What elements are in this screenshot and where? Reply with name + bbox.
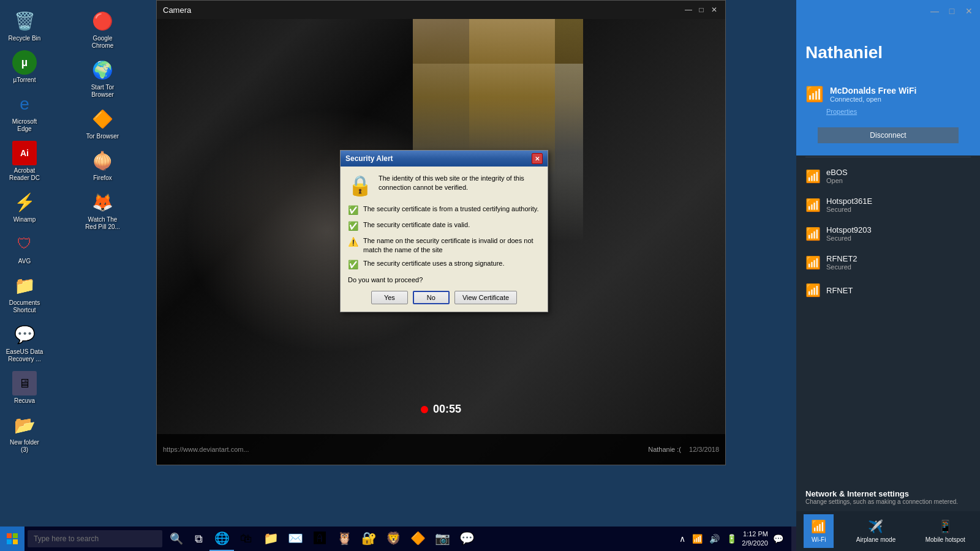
taskbar-brave[interactable]: 🦁 — [381, 527, 405, 551]
documents-shortcut-label: Documents Shortcut — [6, 299, 43, 314]
dialog-title: Security Alert — [345, 154, 393, 163]
check-warn-icon-3: ⚠️ — [348, 236, 358, 247]
wifi-action-airplane[interactable]: ✈️ Airplane mode — [849, 514, 903, 548]
taskbar-cortana[interactable]: 🔍 — [165, 527, 187, 551]
desktop: 🗑️ Recycle Bin µ µTorrent e Microsoft Ed… — [0, 0, 980, 551]
wifi-network-ebos[interactable]: 📶 eBOS Open — [796, 162, 980, 190]
ms-edge-label: Microsoft Edge — [6, 118, 43, 133]
wifi-close-button[interactable]: ✕ — [963, 5, 975, 17]
search-input[interactable] — [28, 530, 162, 547]
taskbar-camera[interactable]: 📷 — [430, 527, 454, 551]
camera-username: Nathanie :( — [648, 446, 681, 453]
taskbar-store[interactable]: 🛍 — [234, 527, 258, 551]
wifi-action-mobile-hotspot[interactable]: 📱 Mobile hotspot — [918, 514, 973, 548]
taskbar-tripadvisor[interactable]: 🦉 — [332, 527, 356, 551]
connected-network-name: McDonalds Free WiFi — [830, 86, 916, 96]
wifi-maximize-button[interactable]: □ — [946, 5, 958, 17]
taskbar-skype[interactable]: 💬 — [454, 527, 479, 551]
taskbar-vlc[interactable]: 🔶 — [405, 527, 430, 551]
ms-edge-img: e — [12, 92, 37, 116]
desktop-icons-area: 🗑️ Recycle Bin µ µTorrent e Microsoft Ed… — [0, 0, 159, 490]
acrobat-icon[interactable]: Ai Acrobat Reader DC — [3, 138, 46, 184]
utorrent-img: µ — [12, 50, 37, 75]
winamp-icon[interactable]: ⚡ Winamp — [3, 187, 46, 226]
connected-network-status: Connected, open — [830, 96, 916, 103]
wifi-window-controls: — □ ✕ — [929, 5, 975, 17]
wifi-network-icon-rfnet: 📶 — [805, 283, 820, 298]
taskbar-keepass[interactable]: 🔐 — [356, 527, 381, 551]
wifi-properties-link[interactable]: Properties — [826, 108, 971, 115]
camera-titlebar: Camera — □ ✕ — [157, 1, 725, 19]
start-tor-icon[interactable]: 🌍 Start Tor Browser — [81, 55, 124, 101]
taskbar-volume-icon[interactable]: 🔊 — [707, 534, 722, 544]
wifi-network-info-rfnet2: RFNET2 Secured — [826, 254, 971, 271]
wifi-network-hotspot9203[interactable]: 📶 Hotspot9203 Secured — [796, 219, 980, 248]
maximize-button[interactable]: □ — [696, 5, 706, 15]
check-text-2: The security certificate date is valid. — [363, 220, 470, 229]
avg-label: AVG — [18, 258, 31, 265]
wifi-action-wifi[interactable]: 📶 Wi-Fi — [804, 514, 834, 548]
show-desktop-button[interactable] — [791, 527, 796, 551]
recycle-bin-icon[interactable]: 🗑️ Recycle Bin — [3, 6, 46, 45]
tor-browser-label: Firefox — [93, 174, 112, 182]
ms-edge-icon[interactable]: e Microsoft Edge — [3, 89, 46, 135]
wifi-action-mobile-icon: 📱 — [938, 519, 953, 534]
security-warning-icon: 🔒 — [348, 174, 372, 197]
google-chrome-icon[interactable]: 🔴 Google Chrome — [81, 6, 124, 52]
window-controls: — □ ✕ — [684, 5, 719, 15]
taskbar-notification-icon[interactable]: 💬 — [771, 534, 785, 544]
no-button[interactable]: No — [413, 291, 450, 304]
start-button[interactable] — [0, 527, 24, 551]
vlc-icon[interactable]: 🔶 Tor Browser — [81, 104, 124, 143]
wifi-action-wifi-label: Wi-Fi — [812, 536, 826, 543]
view-certificate-button[interactable]: View Certificate — [454, 291, 517, 304]
firefox-icon[interactable]: 🦊 Watch The Red Pill 20... — [81, 187, 124, 233]
taskbar-right: ∧ 📶 🔊 🔋 1:12 PM 2/9/2020 💬 — [677, 530, 791, 549]
camera-timer-overlay: 00:55 — [421, 403, 461, 416]
winamp-label: Winamp — [13, 216, 36, 223]
taskbar-mail[interactable]: ✉️ — [283, 527, 307, 551]
taskbar-task-view[interactable]: ⧉ — [187, 527, 209, 551]
record-indicator — [421, 406, 428, 413]
taskbar-network-icon[interactable]: 📶 — [690, 534, 704, 544]
wifi-hotspot9203-name: Hotspot9203 — [826, 225, 971, 234]
recycle-bin-label: Recycle Bin — [9, 35, 41, 42]
camera-date: 12/3/2018 — [689, 446, 719, 453]
wifi-network-rfnet[interactable]: 📶 RFNET — [796, 277, 980, 304]
wifi-minimize-button[interactable]: — — [929, 5, 941, 17]
skype-icon[interactable]: 💬 EaseUS Data Recovery ... — [3, 320, 46, 365]
utorrent-label: µTorrent — [13, 77, 36, 84]
windows-logo-icon — [7, 533, 18, 544]
wifi-rfnet2-name: RFNET2 — [826, 254, 971, 263]
documents-shortcut-icon[interactable]: 📁 Documents Shortcut — [3, 271, 46, 317]
taskbar-edge[interactable]: 🌐 — [209, 527, 234, 551]
check-ok-icon-4: ✅ — [348, 259, 358, 270]
taskbar-date-display: 2/9/2020 — [742, 539, 768, 548]
wifi-action-buttons: 📶 Wi-Fi ✈️ Airplane mode 📱 Mobile hotspo… — [796, 511, 980, 551]
disconnect-button[interactable]: Disconnect — [818, 127, 959, 143]
taskbar-amazon[interactable]: 🅰 — [307, 527, 332, 551]
taskbar-clock[interactable]: 1:12 PM 2/9/2020 — [742, 530, 768, 549]
wifi-settings-desc: Change settings, such as making a connec… — [805, 498, 971, 505]
dialog-titlebar: Security Alert ✕ — [341, 151, 548, 167]
new-folder-icon[interactable]: 📂 New folder (3) — [3, 410, 46, 456]
desktop-shortcuts-icon[interactable]: 🖥 Recuva — [3, 369, 46, 407]
avg-icon[interactable]: 🛡 AVG — [3, 229, 46, 268]
svg-rect-1 — [13, 533, 18, 538]
google-chrome-label: Google Chrome — [84, 35, 122, 50]
google-chrome-img: 🔴 — [91, 9, 115, 33]
taskbar-explorer[interactable]: 📁 — [258, 527, 283, 551]
taskbar-battery-icon[interactable]: 🔋 — [725, 534, 739, 544]
taskbar: 🔍 ⧉ 🌐 🛍 📁 ✉️ 🅰 🦉 🔐 🦁 🔶 📷 💬 ∧ 📶 🔊 🔋 1:12 … — [0, 527, 796, 551]
wifi-network-info-hotspot361e: Hotspot361E Secured — [826, 197, 971, 213]
close-button[interactable]: ✕ — [709, 5, 719, 15]
wifi-network-rfnet2[interactable]: 📶 RFNET2 Secured — [796, 248, 980, 277]
taskbar-show-more-icon[interactable]: ∧ — [677, 534, 687, 544]
minimize-button[interactable]: — — [684, 5, 693, 15]
yes-button[interactable]: Yes — [371, 291, 408, 304]
tor-browser-icon[interactable]: 🧅 Firefox — [81, 146, 124, 184]
wifi-network-hotspot361e[interactable]: 📶 Hotspot361E Secured — [796, 190, 980, 219]
dialog-close-button[interactable]: ✕ — [532, 153, 543, 164]
security-alert-dialog: Security Alert ✕ 🔒 The identity of this … — [340, 150, 548, 312]
utorrent-icon[interactable]: µ µTorrent — [3, 48, 46, 86]
